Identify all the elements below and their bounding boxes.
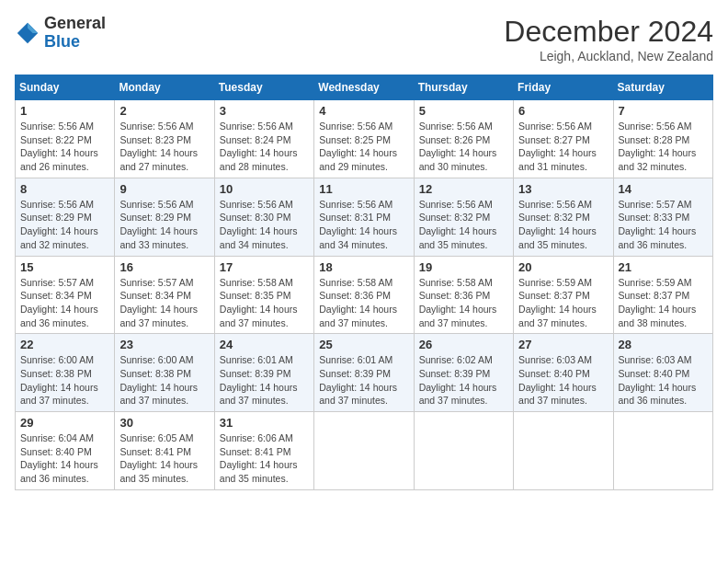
day-info: Sunrise: 5:56 AM Sunset: 8:25 PM Dayligh… bbox=[319, 120, 408, 174]
calendar-cell: 14 Sunrise: 5:57 AM Sunset: 8:33 PM Dayl… bbox=[613, 178, 712, 256]
day-info: Sunrise: 5:56 AM Sunset: 8:32 PM Dayligh… bbox=[518, 198, 608, 252]
day-info: Sunrise: 5:57 AM Sunset: 8:34 PM Dayligh… bbox=[119, 276, 209, 330]
day-number: 18 bbox=[319, 260, 408, 274]
calendar-cell: 2 Sunrise: 5:56 AM Sunset: 8:23 PM Dayli… bbox=[115, 100, 214, 178]
day-info: Sunrise: 5:59 AM Sunset: 8:37 PM Dayligh… bbox=[518, 276, 608, 330]
weekday-header-sunday: Sunday bbox=[16, 75, 115, 100]
weekday-header-tuesday: Tuesday bbox=[214, 75, 313, 100]
day-info: Sunrise: 5:56 AM Sunset: 8:23 PM Dayligh… bbox=[119, 120, 209, 174]
calendar-cell: 31 Sunrise: 6:06 AM Sunset: 8:41 PM Dayl… bbox=[214, 412, 313, 490]
calendar-cell bbox=[414, 412, 513, 490]
day-number: 30 bbox=[119, 416, 209, 430]
day-info: Sunrise: 5:58 AM Sunset: 8:36 PM Dayligh… bbox=[419, 276, 508, 330]
day-info: Sunrise: 6:02 AM Sunset: 8:39 PM Dayligh… bbox=[419, 353, 508, 408]
day-info: Sunrise: 5:56 AM Sunset: 8:29 PM Dayligh… bbox=[20, 198, 109, 252]
calendar-cell: 3 Sunrise: 5:56 AM Sunset: 8:24 PM Dayli… bbox=[214, 100, 313, 178]
calendar-cell bbox=[514, 412, 613, 490]
logo-icon bbox=[15, 20, 40, 46]
calendar-cell: 20 Sunrise: 5:59 AM Sunset: 8:37 PM Dayl… bbox=[514, 256, 613, 334]
calendar-cell: 22 Sunrise: 6:00 AM Sunset: 8:38 PM Dayl… bbox=[16, 334, 115, 412]
day-number: 6 bbox=[518, 104, 608, 118]
day-number: 13 bbox=[518, 182, 608, 196]
day-info: Sunrise: 6:03 AM Sunset: 8:40 PM Dayligh… bbox=[518, 353, 608, 408]
day-number: 15 bbox=[20, 260, 109, 274]
day-number: 4 bbox=[319, 104, 408, 118]
calendar-table: SundayMondayTuesdayWednesdayThursdayFrid… bbox=[15, 75, 713, 490]
calendar-cell: 24 Sunrise: 6:01 AM Sunset: 8:39 PM Dayl… bbox=[214, 334, 313, 412]
day-number: 26 bbox=[419, 338, 508, 351]
calendar-week-row: 22 Sunrise: 6:00 AM Sunset: 8:38 PM Dayl… bbox=[16, 334, 713, 412]
day-number: 1 bbox=[20, 104, 109, 118]
day-number: 28 bbox=[619, 338, 708, 351]
calendar-week-row: 15 Sunrise: 5:57 AM Sunset: 8:34 PM Dayl… bbox=[16, 256, 713, 334]
calendar-cell: 28 Sunrise: 6:03 AM Sunset: 8:40 PM Dayl… bbox=[613, 334, 712, 412]
day-number: 21 bbox=[619, 260, 708, 274]
calendar-cell: 21 Sunrise: 5:59 AM Sunset: 8:37 PM Dayl… bbox=[613, 256, 712, 334]
day-info: Sunrise: 5:56 AM Sunset: 8:30 PM Dayligh… bbox=[220, 198, 309, 252]
day-number: 23 bbox=[119, 338, 209, 351]
weekday-header-monday: Monday bbox=[115, 75, 214, 100]
calendar-cell: 5 Sunrise: 5:56 AM Sunset: 8:26 PM Dayli… bbox=[414, 100, 513, 178]
day-number: 3 bbox=[220, 104, 309, 118]
calendar-cell: 13 Sunrise: 5:56 AM Sunset: 8:32 PM Dayl… bbox=[514, 178, 613, 256]
day-info: Sunrise: 5:58 AM Sunset: 8:36 PM Dayligh… bbox=[319, 276, 408, 330]
calendar-cell bbox=[314, 412, 414, 490]
location: Leigh, Auckland, New Zealand bbox=[504, 49, 713, 63]
calendar-cell: 11 Sunrise: 5:56 AM Sunset: 8:31 PM Dayl… bbox=[314, 178, 414, 256]
day-info: Sunrise: 6:01 AM Sunset: 8:39 PM Dayligh… bbox=[220, 353, 309, 408]
calendar-cell: 8 Sunrise: 5:56 AM Sunset: 8:29 PM Dayli… bbox=[16, 178, 115, 256]
day-number: 5 bbox=[419, 104, 508, 118]
day-number: 9 bbox=[119, 182, 209, 196]
day-info: Sunrise: 5:56 AM Sunset: 8:31 PM Dayligh… bbox=[319, 198, 408, 252]
day-number: 10 bbox=[220, 182, 309, 196]
calendar-cell: 26 Sunrise: 6:02 AM Sunset: 8:39 PM Dayl… bbox=[414, 334, 513, 412]
day-info: Sunrise: 6:03 AM Sunset: 8:40 PM Dayligh… bbox=[619, 353, 708, 408]
day-info: Sunrise: 5:59 AM Sunset: 8:37 PM Dayligh… bbox=[619, 276, 708, 330]
calendar-cell: 17 Sunrise: 5:58 AM Sunset: 8:35 PM Dayl… bbox=[214, 256, 313, 334]
day-number: 2 bbox=[119, 104, 209, 118]
day-number: 17 bbox=[220, 260, 309, 274]
calendar-cell: 29 Sunrise: 6:04 AM Sunset: 8:40 PM Dayl… bbox=[16, 412, 115, 490]
day-info: Sunrise: 6:00 AM Sunset: 8:38 PM Dayligh… bbox=[20, 353, 109, 408]
title-area: December 2024 Leigh, Auckland, New Zeala… bbox=[504, 15, 713, 63]
calendar-cell: 7 Sunrise: 5:56 AM Sunset: 8:28 PM Dayli… bbox=[613, 100, 712, 178]
day-number: 25 bbox=[319, 338, 408, 351]
calendar-week-row: 1 Sunrise: 5:56 AM Sunset: 8:22 PM Dayli… bbox=[16, 100, 713, 178]
day-number: 8 bbox=[20, 182, 109, 196]
calendar-cell bbox=[613, 412, 712, 490]
weekday-header-thursday: Thursday bbox=[414, 75, 513, 100]
calendar-week-row: 8 Sunrise: 5:56 AM Sunset: 8:29 PM Dayli… bbox=[16, 178, 713, 256]
day-info: Sunrise: 6:06 AM Sunset: 8:41 PM Dayligh… bbox=[220, 431, 309, 486]
calendar-cell: 19 Sunrise: 5:58 AM Sunset: 8:36 PM Dayl… bbox=[414, 256, 513, 334]
day-info: Sunrise: 5:56 AM Sunset: 8:28 PM Dayligh… bbox=[619, 120, 708, 174]
page-header: General Blue December 2024 Leigh, Auckla… bbox=[15, 15, 713, 63]
calendar-cell: 18 Sunrise: 5:58 AM Sunset: 8:36 PM Dayl… bbox=[314, 256, 414, 334]
calendar-cell: 30 Sunrise: 6:05 AM Sunset: 8:41 PM Dayl… bbox=[115, 412, 214, 490]
calendar-cell: 23 Sunrise: 6:00 AM Sunset: 8:38 PM Dayl… bbox=[115, 334, 214, 412]
weekday-header-wednesday: Wednesday bbox=[314, 75, 414, 100]
day-info: Sunrise: 6:05 AM Sunset: 8:41 PM Dayligh… bbox=[119, 431, 209, 486]
weekday-header-friday: Friday bbox=[514, 75, 613, 100]
day-info: Sunrise: 5:56 AM Sunset: 8:32 PM Dayligh… bbox=[419, 198, 508, 252]
day-info: Sunrise: 5:56 AM Sunset: 8:27 PM Dayligh… bbox=[518, 120, 608, 174]
day-info: Sunrise: 6:04 AM Sunset: 8:40 PM Dayligh… bbox=[20, 431, 109, 486]
day-number: 7 bbox=[619, 104, 708, 118]
day-number: 12 bbox=[419, 182, 508, 196]
day-number: 27 bbox=[518, 338, 608, 351]
calendar-cell: 1 Sunrise: 5:56 AM Sunset: 8:22 PM Dayli… bbox=[16, 100, 115, 178]
day-info: Sunrise: 5:56 AM Sunset: 8:26 PM Dayligh… bbox=[419, 120, 508, 174]
day-number: 29 bbox=[20, 416, 109, 430]
calendar-cell: 10 Sunrise: 5:56 AM Sunset: 8:30 PM Dayl… bbox=[214, 178, 313, 256]
calendar-cell: 12 Sunrise: 5:56 AM Sunset: 8:32 PM Dayl… bbox=[414, 178, 513, 256]
month-title: December 2024 bbox=[504, 15, 713, 49]
logo: General Blue bbox=[15, 15, 106, 52]
day-info: Sunrise: 6:01 AM Sunset: 8:39 PM Dayligh… bbox=[319, 353, 408, 408]
weekday-header-saturday: Saturday bbox=[613, 75, 712, 100]
calendar-cell: 4 Sunrise: 5:56 AM Sunset: 8:25 PM Dayli… bbox=[314, 100, 414, 178]
calendar-cell: 6 Sunrise: 5:56 AM Sunset: 8:27 PM Dayli… bbox=[514, 100, 613, 178]
calendar-cell: 27 Sunrise: 6:03 AM Sunset: 8:40 PM Dayl… bbox=[514, 334, 613, 412]
day-info: Sunrise: 5:56 AM Sunset: 8:22 PM Dayligh… bbox=[20, 120, 109, 174]
calendar-cell: 15 Sunrise: 5:57 AM Sunset: 8:34 PM Dayl… bbox=[16, 256, 115, 334]
calendar-cell: 16 Sunrise: 5:57 AM Sunset: 8:34 PM Dayl… bbox=[115, 256, 214, 334]
logo-text: General Blue bbox=[44, 15, 106, 52]
